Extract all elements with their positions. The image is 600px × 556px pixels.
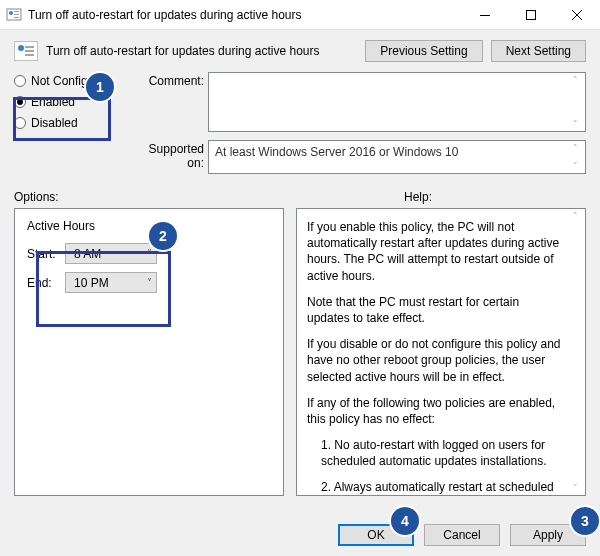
scrollbar[interactable]: ˄ ˅ bbox=[567, 142, 584, 172]
help-label: Help: bbox=[404, 190, 432, 204]
dialog-footer: OK Cancel Apply bbox=[0, 514, 600, 556]
end-time-value: 10 PM bbox=[74, 276, 109, 290]
svg-rect-5 bbox=[480, 15, 490, 16]
state-radio-group: Not Configured Enabled Disabled bbox=[14, 72, 132, 130]
chevron-down-icon: ˅ bbox=[147, 248, 152, 259]
help-paragraph: Note that the PC must restart for certai… bbox=[307, 294, 563, 326]
radio-not-configured[interactable]: Not Configured bbox=[14, 74, 132, 88]
end-label: End: bbox=[27, 276, 59, 290]
help-paragraph: If you disable or do not configure this … bbox=[307, 336, 563, 385]
help-list-item: 1. No auto-restart with logged on users … bbox=[307, 437, 563, 469]
apply-button[interactable]: Apply bbox=[510, 524, 586, 546]
start-time-value: 8 AM bbox=[74, 247, 101, 261]
minimize-button[interactable] bbox=[462, 0, 508, 30]
radio-label: Not Configured bbox=[31, 74, 112, 88]
scroll-up-icon: ˄ bbox=[567, 210, 584, 222]
radio-icon bbox=[14, 96, 26, 108]
scrollbar[interactable]: ˄ ˅ bbox=[567, 74, 584, 130]
policy-large-icon bbox=[14, 41, 38, 61]
svg-rect-3 bbox=[14, 14, 19, 15]
svg-rect-4 bbox=[14, 17, 19, 18]
radio-disabled[interactable]: Disabled bbox=[14, 116, 132, 130]
policy-icon bbox=[6, 7, 22, 23]
svg-rect-6 bbox=[527, 10, 536, 19]
dialog-body: Turn off auto-restart for updates during… bbox=[0, 30, 600, 556]
help-list-item: 2. Always automatically restart at sched… bbox=[307, 479, 563, 496]
radio-icon bbox=[14, 117, 26, 129]
help-paragraph: If you enable this policy, the PC will n… bbox=[307, 219, 563, 284]
scroll-up-icon: ˄ bbox=[567, 142, 584, 154]
next-setting-button[interactable]: Next Setting bbox=[491, 40, 586, 62]
comment-label: Comment: bbox=[136, 72, 204, 88]
options-label: Options: bbox=[14, 190, 284, 204]
scroll-up-icon: ˄ bbox=[567, 74, 584, 86]
radio-label: Enabled bbox=[31, 95, 75, 109]
end-time-select[interactable]: 10 PM ˅ bbox=[65, 272, 157, 293]
supported-on-value: At least Windows Server 2016 or Windows … bbox=[215, 145, 458, 159]
scroll-down-icon: ˅ bbox=[567, 160, 584, 172]
ok-button[interactable]: OK bbox=[338, 524, 414, 546]
cancel-button[interactable]: Cancel bbox=[424, 524, 500, 546]
chevron-down-icon: ˅ bbox=[147, 277, 152, 288]
scroll-down-icon: ˅ bbox=[567, 118, 584, 130]
active-hours-title: Active Hours bbox=[27, 219, 271, 233]
start-time-select[interactable]: 8 AM ˅ bbox=[65, 243, 157, 264]
scroll-down-icon: ˅ bbox=[567, 482, 584, 494]
supported-on-field: At least Windows Server 2016 or Windows … bbox=[208, 140, 586, 174]
radio-icon bbox=[14, 75, 26, 87]
scrollbar[interactable]: ˄ ˅ bbox=[567, 210, 584, 494]
help-panel: If you enable this policy, the PC will n… bbox=[296, 208, 586, 496]
maximize-button[interactable] bbox=[508, 0, 554, 30]
page-title: Turn off auto-restart for updates during… bbox=[46, 44, 319, 58]
options-panel: Active Hours Start: 8 AM ˅ End: 10 PM ˅ bbox=[14, 208, 284, 496]
close-button[interactable] bbox=[554, 0, 600, 30]
radio-enabled[interactable]: Enabled bbox=[14, 95, 132, 109]
start-label: Start: bbox=[27, 247, 59, 261]
window-title: Turn off auto-restart for updates during… bbox=[28, 8, 462, 22]
help-paragraph: If any of the following two policies are… bbox=[307, 395, 563, 427]
titlebar: Turn off auto-restart for updates during… bbox=[0, 0, 600, 30]
svg-rect-2 bbox=[14, 11, 19, 12]
radio-label: Disabled bbox=[31, 116, 78, 130]
supported-on-label: Supported on: bbox=[136, 140, 204, 170]
comment-textarea[interactable]: ˄ ˅ bbox=[208, 72, 586, 132]
svg-point-1 bbox=[9, 11, 13, 15]
previous-setting-button[interactable]: Previous Setting bbox=[365, 40, 482, 62]
